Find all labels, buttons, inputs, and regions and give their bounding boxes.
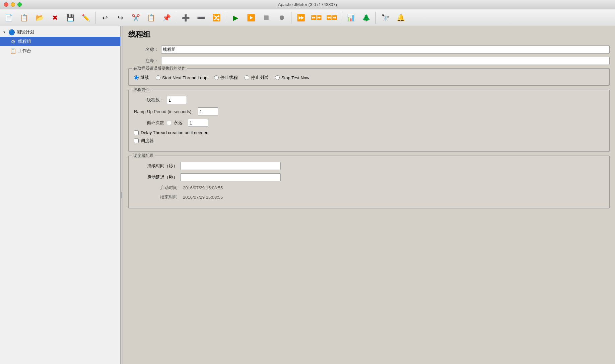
startup-delay-label: 启动延迟（秒） bbox=[134, 174, 178, 180]
remote-stop-button[interactable]: ⏪⏪ bbox=[324, 11, 339, 25]
thread-count-label: 线程数： bbox=[134, 97, 164, 103]
collapse-button[interactable]: ➖ bbox=[194, 11, 208, 25]
content-area: 线程组 名称： 注释： 在取样器错误后要执行的动作 继续 bbox=[123, 26, 615, 364]
loop-forever-label: 永远 bbox=[174, 120, 183, 126]
toolbar: 📄 📋 📂 ✖ 💾 ✏️ ↩ ↪ ✂️ 📋 📌 ➕ ➖ 🔀 ▶ ▶️ ⏹ ⏺ ⏩… bbox=[0, 9, 615, 26]
radio-start-next-loop[interactable]: Start Next Thread Loop bbox=[156, 75, 207, 80]
loop-forever-checkbox[interactable] bbox=[167, 121, 171, 125]
radio-start-next-loop-label: Start Next Thread Loop bbox=[162, 75, 207, 80]
end-time-value: 2016/07/29 15:08:55 bbox=[183, 195, 223, 200]
scheduler-label: 调度器 bbox=[141, 138, 154, 144]
window-controls bbox=[4, 2, 22, 7]
startup-delay-input[interactable] bbox=[180, 173, 281, 181]
toggle-button[interactable]: 🔀 bbox=[209, 11, 224, 25]
radio-stop-test-now-input[interactable] bbox=[275, 75, 280, 80]
toolbar-separator-2 bbox=[176, 12, 176, 24]
maximize-button[interactable] bbox=[17, 2, 22, 7]
scheduler-row: 调度器 bbox=[134, 138, 604, 144]
radio-continue-input[interactable] bbox=[134, 75, 139, 80]
comment-row: 注释： bbox=[128, 57, 610, 65]
sidebar-item-label-test-plan: 测试计划 bbox=[17, 29, 34, 35]
start-button[interactable]: ▶ bbox=[228, 11, 243, 25]
duration-row: 持续时间（秒） bbox=[134, 162, 604, 170]
radio-stop-test[interactable]: 停止测试 bbox=[245, 75, 268, 81]
expand-button[interactable]: ➕ bbox=[178, 11, 193, 25]
ramp-up-label: Ramp-Up Period (in seconds): bbox=[134, 109, 193, 114]
thread-properties-section: 线程属性 线程数： Ramp-Up Period (in seconds): 循… bbox=[128, 90, 610, 152]
comment-input[interactable] bbox=[161, 57, 610, 65]
delay-creation-label: Delay Thread creation until needed bbox=[141, 130, 208, 135]
resize-handle[interactable] bbox=[121, 26, 123, 364]
window-title: Apache JMeter (3.0 r1743807) bbox=[278, 2, 337, 7]
close-button[interactable] bbox=[4, 2, 8, 7]
toolbar-separator-3 bbox=[226, 12, 226, 24]
error-action-radio-group: 继续 Start Next Thread Loop 停止线程 停止测试 bbox=[134, 75, 604, 81]
workbench-icon: 📋 bbox=[9, 47, 17, 55]
name-label: 名称： bbox=[128, 47, 158, 53]
shutdown-button[interactable]: ⏺ bbox=[274, 11, 289, 25]
radio-stop-test-input[interactable] bbox=[245, 75, 249, 80]
delay-creation-row: Delay Thread creation until needed bbox=[134, 130, 604, 135]
tree-arrow-test-plan: ▼ bbox=[3, 30, 7, 34]
radio-stop-thread[interactable]: 停止线程 bbox=[214, 75, 238, 81]
thread-properties-title: 线程属性 bbox=[132, 87, 151, 93]
radio-continue[interactable]: 继续 bbox=[134, 75, 149, 81]
thread-count-input[interactable] bbox=[167, 96, 187, 104]
open-button[interactable]: 📂 bbox=[32, 11, 47, 25]
start-no-pause-button[interactable]: ▶️ bbox=[244, 11, 258, 25]
sidebar: ▼ 🔵 测试计划 ⚙ 线程组 📋 工作台 bbox=[0, 26, 121, 364]
cut-button[interactable]: ✂️ bbox=[128, 11, 143, 25]
radio-stop-test-label: 停止测试 bbox=[251, 75, 268, 81]
stop-button[interactable]: ⏹ bbox=[259, 11, 274, 25]
ramp-up-input[interactable] bbox=[198, 107, 218, 115]
close-button[interactable]: ✖ bbox=[48, 11, 62, 25]
end-time-label: 结束时间 bbox=[134, 194, 178, 200]
clear-button[interactable]: 🔔 bbox=[393, 11, 408, 25]
sidebar-item-label-workbench: 工作台 bbox=[18, 48, 31, 54]
undo-button[interactable]: ↩ bbox=[97, 11, 112, 25]
save-button[interactable]: 💾 bbox=[63, 11, 78, 25]
sidebar-item-test-plan[interactable]: ▼ 🔵 测试计划 bbox=[0, 27, 120, 37]
toolbar-separator-5 bbox=[341, 12, 341, 24]
search-button[interactable]: 🔭 bbox=[378, 11, 393, 25]
radio-stop-thread-input[interactable] bbox=[214, 75, 219, 80]
sidebar-item-label-thread-group: 线程组 bbox=[18, 38, 31, 44]
comment-label: 注释： bbox=[128, 58, 158, 64]
start-time-label: 启动时间 bbox=[134, 185, 178, 191]
remote-start-all-button[interactable]: ⏩⏩ bbox=[309, 11, 324, 25]
edit-button[interactable]: ✏️ bbox=[78, 11, 93, 25]
loop-count-row: 循环次数 永远 bbox=[134, 119, 604, 127]
copy-button[interactable]: 📋 bbox=[144, 11, 158, 25]
sidebar-item-workbench[interactable]: 📋 工作台 bbox=[0, 46, 120, 56]
remote-start-button[interactable]: ⏩ bbox=[293, 11, 308, 25]
on-error-section-title: 在取样器错误后要执行的动作 bbox=[132, 66, 187, 71]
startup-delay-row: 启动延迟（秒） bbox=[134, 173, 604, 181]
toolbar-separator-4 bbox=[291, 12, 291, 24]
loop-count-label: 循环次数 bbox=[134, 120, 164, 126]
end-time-row: 结束时间 2016/07/29 15:08:55 bbox=[134, 194, 604, 200]
thread-group-panel: 线程组 名称： 注释： 在取样器错误后要执行的动作 继续 bbox=[123, 26, 615, 216]
paste-button[interactable]: 📌 bbox=[159, 11, 174, 25]
radio-continue-label: 继续 bbox=[140, 75, 149, 81]
templates-button[interactable]: 📋 bbox=[17, 11, 31, 25]
tree-button[interactable]: 🌲 bbox=[359, 11, 373, 25]
start-time-value: 2016/07/29 15:08:55 bbox=[183, 185, 223, 190]
redo-button[interactable]: ↪ bbox=[113, 11, 128, 25]
sidebar-item-thread-group[interactable]: ⚙ 线程组 bbox=[0, 37, 120, 46]
radio-start-next-loop-input[interactable] bbox=[156, 75, 160, 80]
name-input[interactable] bbox=[161, 46, 610, 54]
delay-creation-checkbox[interactable] bbox=[134, 130, 139, 135]
thread-group-icon: ⚙ bbox=[9, 38, 17, 45]
on-error-section: 在取样器错误后要执行的动作 继续 Start Next Thread Loop … bbox=[128, 68, 610, 86]
ramp-up-row: Ramp-Up Period (in seconds): bbox=[134, 107, 604, 115]
radio-stop-test-now[interactable]: Stop Test Now bbox=[275, 75, 310, 80]
new-button[interactable]: 📄 bbox=[1, 11, 16, 25]
duration-input[interactable] bbox=[180, 162, 281, 170]
scheduler-checkbox[interactable] bbox=[134, 139, 139, 143]
name-row: 名称： bbox=[128, 46, 610, 54]
main-layout: ▼ 🔵 测试计划 ⚙ 线程组 📋 工作台 线程组 名称： bbox=[0, 26, 615, 364]
minimize-button[interactable] bbox=[11, 2, 15, 7]
radio-stop-test-now-label: Stop Test Now bbox=[281, 75, 310, 80]
loop-count-input[interactable] bbox=[188, 119, 208, 127]
report-button[interactable]: 📊 bbox=[343, 11, 358, 25]
